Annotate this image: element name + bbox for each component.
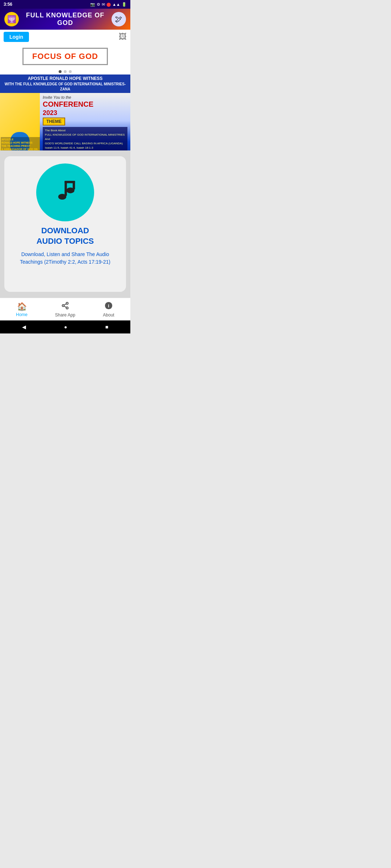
download-card[interactable]: DOWNLOAD AUDIO TOPICS Download, Listen a… [4,156,126,292]
main-content: DOWNLOAD AUDIO TOPICS Download, Listen a… [0,150,130,298]
download-title: DOWNLOAD AUDIO TOPICS [37,226,94,246]
theme-description: The Book About FULL KNOWLEDGE OF GOD INT… [43,127,127,150]
nav-share-label: Share App [55,312,75,318]
home-icon: 🏠 [17,302,27,311]
download-desc: Download, Listen and Share The Audio Tea… [10,251,120,266]
carousel-dot-1 [59,70,62,73]
focus-banner: FOCUS OF GOD [0,44,130,69]
conf-content: 👤 APOSTLE RONALD HOPE WITNESS THE TEACHI… [0,93,130,150]
svg-text:i: i [108,303,109,309]
status-time: 3:56 [4,2,12,7]
svg-point-4 [66,187,74,193]
conference-banner: APOSTLE RONALD HOPE WITNESS WITH THE FUL… [0,75,130,150]
login-button[interactable]: Login [4,32,29,42]
image-icon[interactable]: 🖼 [119,32,127,42]
focus-title: FOCUS OF GOD [22,48,108,65]
bottom-nav: 🏠 Home Share App i About [0,298,130,320]
carousel-dots [0,69,130,75]
year-text: 2023 [43,109,127,117]
conf-person: 👤 APOSTLE RONALD HOPE WITNESS THE TEACHI… [0,93,40,150]
nav-home-label: Home [16,312,28,317]
apostle-name: APOSTLE RONALD HOPE WITNESS [2,76,128,82]
invite-text: Invite You to the [43,95,127,99]
svg-point-3 [58,194,66,200]
share-icon [61,302,69,312]
carousel-dot-2 [64,70,67,73]
conf-person-info: APOSTLE RONALD HOPE WITNESS THE TEACHING… [1,137,40,150]
conf-top-bar: APOSTLE RONALD HOPE WITNESS WITH THE FUL… [0,75,130,93]
logo-right-icon: 🕊 [112,12,126,26]
info-icon: i [105,302,113,312]
nav-share[interactable]: Share App [43,298,87,320]
system-nav: ◀ ● ■ [0,320,130,333]
nav-home[interactable]: 🏠 Home [0,298,43,320]
status-bar: 3:56 📷 ⚙ ✉ ⬤ ▲▲ 🔋 [0,0,130,9]
app-title: FULL KNOWLEDGE OF GOD [23,12,107,27]
status-icons: 📷 ⚙ ✉ ⬤ ▲▲ 🔋 [90,2,127,7]
back-button[interactable]: ◀ [22,324,26,330]
carousel-dot-3 [69,70,72,73]
ministry-subtitle: WITH THE FULL KNOWLEDGE OF GOD INTERNATI… [2,82,128,92]
home-button[interactable]: ● [64,324,67,330]
music-note-icon [51,178,80,207]
theme-badge: THEME [43,118,65,125]
nav-about[interactable]: i About [87,298,130,320]
svg-line-8 [64,306,66,308]
recent-button[interactable]: ■ [105,324,108,330]
app-header: 🕎 FULL KNOWLEDGE OF GOD 🕊 [0,9,130,30]
toolbar: Login 🖼 [0,30,130,44]
music-icon-circle [36,163,94,221]
svg-line-9 [64,304,66,305]
nav-about-label: About [103,312,114,318]
conference-text: CONFERENCE [43,100,127,109]
logo-left-icon: 🕎 [4,12,19,26]
conf-text-area: Invite You to the CONFERENCE 2023 THEME … [40,93,130,150]
